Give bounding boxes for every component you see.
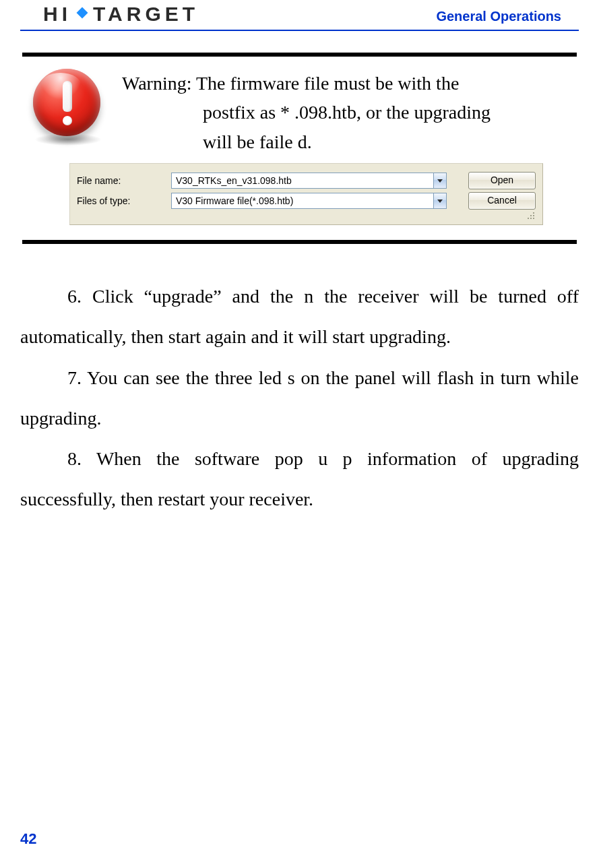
diamond-icon	[77, 7, 88, 19]
warning-line-1: Warning: The firmware file must be with …	[122, 73, 459, 94]
cancel-button[interactable]: Cancel	[468, 192, 536, 210]
step-6: 6. Click “upgrade” and the n the receive…	[20, 276, 579, 357]
svg-rect-3	[528, 218, 529, 219]
file-name-row: File name: V30_RTKs_en_v31.098.htb Open	[77, 172, 536, 189]
step-7: 7. You can see the three led s on the pa…	[20, 358, 579, 439]
file-name-input[interactable]: V30_RTKs_en_v31.098.htb	[171, 173, 433, 189]
header-rule	[20, 30, 579, 31]
warning-icon	[29, 67, 110, 148]
brand-logo: HI TARGET	[43, 3, 199, 26]
file-name-combo[interactable]: V30_RTKs_en_v31.098.htb	[171, 173, 447, 189]
callout-inner: Warning: The firmware file must be with …	[22, 57, 577, 240]
svg-rect-2	[533, 215, 534, 216]
svg-rect-1	[530, 215, 532, 216]
warning-row: Warning: The firmware file must be with …	[29, 67, 570, 156]
brand-text-left: HI	[43, 3, 71, 26]
svg-rect-4	[530, 218, 532, 219]
brand-text-right: TARGET	[93, 3, 199, 26]
header-row: HI TARGET General Operations	[20, 3, 579, 30]
callout-block: Warning: The firmware file must be with …	[22, 53, 577, 244]
svg-rect-5	[533, 218, 534, 219]
files-type-input[interactable]: V30 Firmware file(*.098.htb)	[171, 193, 433, 209]
files-type-label: Files of type:	[77, 195, 164, 206]
svg-rect-0	[533, 212, 534, 214]
page-header: HI TARGET General Operations	[20, 0, 579, 36]
files-type-combo[interactable]: V30 Firmware file(*.098.htb)	[171, 193, 447, 209]
open-button[interactable]: Open	[468, 172, 536, 189]
section-title: General Operations	[436, 9, 561, 26]
warning-line-2: postfix as * .098.htb, or the upgrading	[122, 98, 491, 127]
size-grip-icon	[77, 211, 536, 218]
files-type-dropdown-button[interactable]	[433, 193, 447, 209]
files-type-row: Files of type: V30 Firmware file(*.098.h…	[77, 192, 536, 210]
body-text: 6. Click “upgrade” and the n the receive…	[20, 276, 579, 520]
warning-text: Warning: The firmware file must be with …	[122, 67, 491, 156]
chevron-down-icon	[437, 199, 443, 203]
callout-bottom-rule	[22, 240, 577, 244]
page: HI TARGET General Operations Warning: Th…	[0, 0, 599, 868]
warning-line-3: will be faile d.	[122, 127, 491, 156]
file-dialog: File name: V30_RTKs_en_v31.098.htb Open …	[69, 163, 543, 225]
file-name-dropdown-button[interactable]	[433, 173, 447, 189]
file-name-label: File name:	[77, 175, 164, 186]
page-number: 42	[20, 830, 36, 848]
chevron-down-icon	[437, 179, 443, 183]
step-8: 8. When the software pop u p information…	[20, 439, 579, 520]
